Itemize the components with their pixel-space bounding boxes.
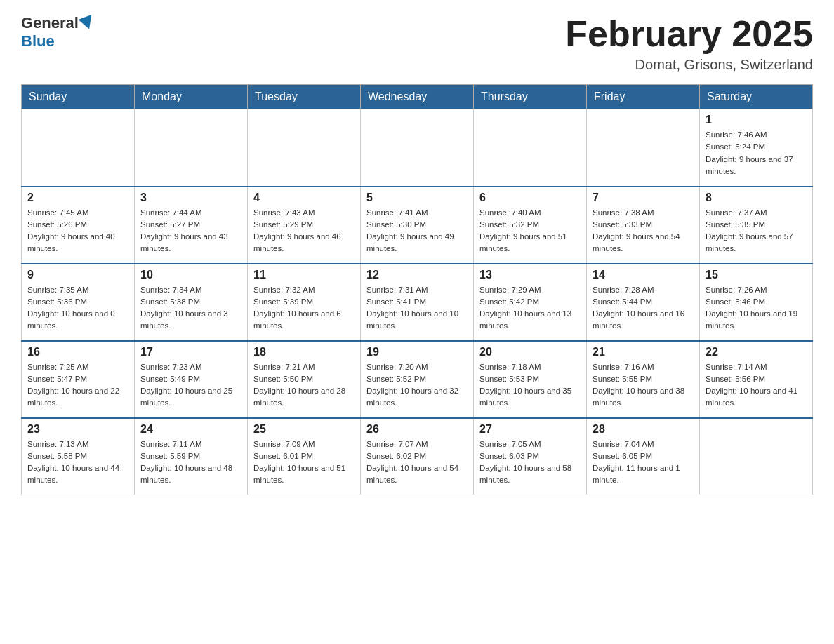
- day-info: Sunrise: 7:18 AM Sunset: 5:53 PM Dayligh…: [479, 361, 581, 410]
- day-number: 11: [253, 269, 355, 281]
- calendar-cell: 14Sunrise: 7:28 AM Sunset: 5:44 PM Dayli…: [587, 264, 700, 341]
- calendar-cell: 13Sunrise: 7:29 AM Sunset: 5:42 PM Dayli…: [474, 264, 587, 341]
- month-title: February 2025: [565, 14, 813, 54]
- day-number: 16: [27, 346, 128, 358]
- day-number: 21: [593, 346, 694, 358]
- calendar-cell: 15Sunrise: 7:26 AM Sunset: 5:46 PM Dayli…: [700, 264, 813, 341]
- day-info: Sunrise: 7:05 AM Sunset: 6:03 PM Dayligh…: [479, 438, 581, 487]
- calendar-cell: 17Sunrise: 7:23 AM Sunset: 5:49 PM Dayli…: [135, 341, 248, 418]
- day-number: 9: [27, 269, 128, 281]
- logo-general-text: General: [21, 14, 79, 32]
- calendar-cell: 27Sunrise: 7:05 AM Sunset: 6:03 PM Dayli…: [474, 418, 587, 495]
- calendar-cell: [22, 109, 135, 187]
- day-number: 3: [140, 192, 241, 204]
- calendar-cell: 21Sunrise: 7:16 AM Sunset: 5:55 PM Dayli…: [587, 341, 700, 418]
- header-sunday: Sunday: [22, 85, 135, 109]
- title-block: February 2025 Domat, Grisons, Switzerlan…: [565, 14, 813, 73]
- calendar-cell: 18Sunrise: 7:21 AM Sunset: 5:50 PM Dayli…: [248, 341, 361, 418]
- calendar-cell: [135, 109, 248, 187]
- day-info: Sunrise: 7:44 AM Sunset: 5:27 PM Dayligh…: [140, 207, 241, 255]
- logo-triangle-icon: [78, 15, 95, 32]
- day-number: 24: [140, 423, 241, 436]
- calendar-cell: 22Sunrise: 7:14 AM Sunset: 5:56 PM Dayli…: [700, 341, 813, 418]
- day-number: 22: [706, 346, 807, 358]
- calendar-cell: 8Sunrise: 7:37 AM Sunset: 5:35 PM Daylig…: [700, 187, 813, 264]
- day-number: 18: [253, 346, 355, 358]
- calendar-cell: [700, 418, 813, 495]
- day-number: 25: [253, 423, 355, 436]
- day-number: 28: [593, 423, 694, 436]
- header-tuesday: Tuesday: [248, 85, 361, 109]
- header-wednesday: Wednesday: [361, 85, 474, 109]
- location-text: Domat, Grisons, Switzerland: [565, 57, 813, 73]
- day-number: 23: [27, 423, 128, 436]
- weekday-header-row: Sunday Monday Tuesday Wednesday Thursday…: [22, 85, 813, 109]
- day-info: Sunrise: 7:26 AM Sunset: 5:46 PM Dayligh…: [706, 284, 807, 333]
- day-info: Sunrise: 7:35 AM Sunset: 5:36 PM Dayligh…: [27, 284, 128, 333]
- day-number: 10: [140, 269, 241, 281]
- calendar-cell: [474, 109, 587, 187]
- day-info: Sunrise: 7:11 AM Sunset: 5:59 PM Dayligh…: [140, 438, 241, 487]
- day-info: Sunrise: 7:21 AM Sunset: 5:50 PM Dayligh…: [253, 361, 355, 410]
- calendar-cell: 16Sunrise: 7:25 AM Sunset: 5:47 PM Dayli…: [22, 341, 135, 418]
- day-info: Sunrise: 7:45 AM Sunset: 5:26 PM Dayligh…: [27, 207, 128, 255]
- day-number: 6: [479, 192, 581, 204]
- calendar-cell: 25Sunrise: 7:09 AM Sunset: 6:01 PM Dayli…: [248, 418, 361, 495]
- day-info: Sunrise: 7:14 AM Sunset: 5:56 PM Dayligh…: [706, 361, 807, 410]
- calendar-cell: 20Sunrise: 7:18 AM Sunset: 5:53 PM Dayli…: [474, 341, 587, 418]
- calendar-cell: 10Sunrise: 7:34 AM Sunset: 5:38 PM Dayli…: [135, 264, 248, 341]
- day-number: 4: [253, 192, 355, 204]
- day-info: Sunrise: 7:34 AM Sunset: 5:38 PM Dayligh…: [140, 284, 241, 333]
- day-number: 19: [366, 346, 468, 358]
- calendar-cell: 1Sunrise: 7:46 AM Sunset: 5:24 PM Daylig…: [700, 109, 813, 187]
- calendar-cell: [361, 109, 474, 187]
- calendar-cell: 3Sunrise: 7:44 AM Sunset: 5:27 PM Daylig…: [135, 187, 248, 264]
- calendar-table: Sunday Monday Tuesday Wednesday Thursday…: [21, 84, 813, 495]
- day-info: Sunrise: 7:32 AM Sunset: 5:39 PM Dayligh…: [253, 284, 355, 333]
- day-info: Sunrise: 7:28 AM Sunset: 5:44 PM Dayligh…: [593, 284, 694, 333]
- page-header: General Blue February 2025 Domat, Grison…: [21, 14, 813, 73]
- calendar-cell: 2Sunrise: 7:45 AM Sunset: 5:26 PM Daylig…: [22, 187, 135, 264]
- day-number: 5: [366, 192, 468, 204]
- day-number: 1: [706, 114, 807, 126]
- calendar-cell: 26Sunrise: 7:07 AM Sunset: 6:02 PM Dayli…: [361, 418, 474, 495]
- calendar-cell: 5Sunrise: 7:41 AM Sunset: 5:30 PM Daylig…: [361, 187, 474, 264]
- header-thursday: Thursday: [474, 85, 587, 109]
- day-info: Sunrise: 7:25 AM Sunset: 5:47 PM Dayligh…: [27, 361, 128, 410]
- day-info: Sunrise: 7:38 AM Sunset: 5:33 PM Dayligh…: [593, 207, 694, 255]
- calendar-cell: 11Sunrise: 7:32 AM Sunset: 5:39 PM Dayli…: [248, 264, 361, 341]
- calendar-cell: [248, 109, 361, 187]
- day-info: Sunrise: 7:40 AM Sunset: 5:32 PM Dayligh…: [479, 207, 581, 255]
- calendar-cell: 6Sunrise: 7:40 AM Sunset: 5:32 PM Daylig…: [474, 187, 587, 264]
- day-number: 12: [366, 269, 468, 281]
- calendar-cell: 23Sunrise: 7:13 AM Sunset: 5:58 PM Dayli…: [22, 418, 135, 495]
- day-info: Sunrise: 7:13 AM Sunset: 5:58 PM Dayligh…: [27, 438, 128, 487]
- day-number: 17: [140, 346, 241, 358]
- day-info: Sunrise: 7:29 AM Sunset: 5:42 PM Dayligh…: [479, 284, 581, 333]
- day-info: Sunrise: 7:37 AM Sunset: 5:35 PM Dayligh…: [706, 207, 807, 255]
- logo-blue-text: Blue: [21, 32, 55, 51]
- header-friday: Friday: [587, 85, 700, 109]
- day-number: 8: [706, 192, 807, 204]
- calendar-cell: 7Sunrise: 7:38 AM Sunset: 5:33 PM Daylig…: [587, 187, 700, 264]
- calendar-cell: 4Sunrise: 7:43 AM Sunset: 5:29 PM Daylig…: [248, 187, 361, 264]
- day-number: 14: [593, 269, 694, 281]
- day-info: Sunrise: 7:23 AM Sunset: 5:49 PM Dayligh…: [140, 361, 241, 410]
- day-number: 20: [479, 346, 581, 358]
- calendar-cell: 19Sunrise: 7:20 AM Sunset: 5:52 PM Dayli…: [361, 341, 474, 418]
- day-info: Sunrise: 7:04 AM Sunset: 6:05 PM Dayligh…: [593, 438, 694, 487]
- day-info: Sunrise: 7:41 AM Sunset: 5:30 PM Dayligh…: [366, 207, 468, 255]
- day-number: 15: [706, 269, 807, 281]
- day-number: 26: [366, 423, 468, 436]
- calendar-cell: 12Sunrise: 7:31 AM Sunset: 5:41 PM Dayli…: [361, 264, 474, 341]
- day-number: 2: [27, 192, 128, 204]
- logo: General Blue: [21, 14, 95, 51]
- day-info: Sunrise: 7:16 AM Sunset: 5:55 PM Dayligh…: [593, 361, 694, 410]
- day-info: Sunrise: 7:43 AM Sunset: 5:29 PM Dayligh…: [253, 207, 355, 255]
- day-info: Sunrise: 7:20 AM Sunset: 5:52 PM Dayligh…: [366, 361, 468, 410]
- calendar-cell: [587, 109, 700, 187]
- day-number: 13: [479, 269, 581, 281]
- day-info: Sunrise: 7:09 AM Sunset: 6:01 PM Dayligh…: [253, 438, 355, 487]
- day-info: Sunrise: 7:07 AM Sunset: 6:02 PM Dayligh…: [366, 438, 468, 487]
- day-number: 27: [479, 423, 581, 436]
